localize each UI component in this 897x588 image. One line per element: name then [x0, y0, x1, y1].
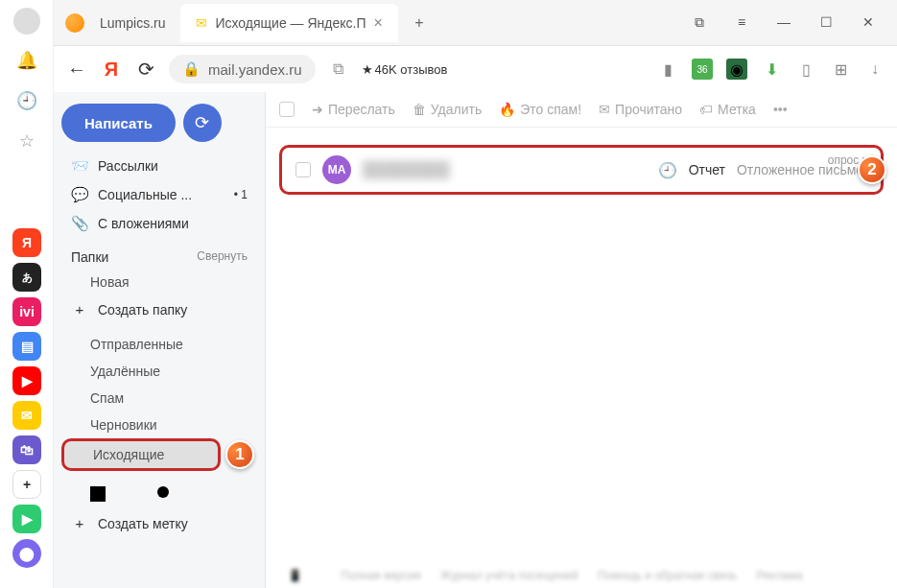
tab-lumpics[interactable]: Lumpics.ru — [84, 4, 180, 42]
forward-button[interactable]: ➜Переслать — [312, 102, 395, 117]
folder-spam[interactable]: Спам — [61, 385, 257, 412]
folder-drafts[interactable]: Черновики — [61, 412, 257, 438]
maximize-icon[interactable]: ☐ — [816, 14, 836, 31]
app-launcher: Я あ ivi ▤ ▶ ✉ 🛍 + ▶ ⬤ — [12, 228, 41, 568]
add-app-icon[interactable]: + — [12, 470, 41, 499]
category-label: Социальные ... — [98, 187, 192, 202]
mail-sidebar: Написать ⟳ 📨 Рассылки 💬 Социальные ... •… — [54, 92, 265, 588]
more-button[interactable]: ••• — [773, 102, 788, 117]
external-link-icon[interactable]: ⧉ — [327, 60, 350, 78]
ext-shield-icon[interactable]: ◉ — [726, 59, 747, 80]
envelope-icon: ✉ — [599, 102, 610, 117]
message-row[interactable]: МА ████████ 🕘 Отчет Отложенное письмо! 2 — [279, 145, 884, 195]
history-icon[interactable]: 🕘 — [12, 86, 41, 115]
mail-content: Написать ⟳ 📨 Рассылки 💬 Социальные ... •… — [54, 92, 897, 588]
yandex-app-icon[interactable]: Я — [12, 228, 41, 257]
address-bar: ← Я ⟳ 🔒 mail.yandex.ru ⧉ ★ 46K отзывов ▮… — [54, 46, 897, 92]
music-app-icon[interactable]: ▶ — [12, 505, 41, 533]
tab-yandex-mail[interactable]: ✉ Исходящие — Яндекс.П × — [180, 4, 397, 42]
tab-title: Lumpics.ru — [100, 15, 165, 31]
tag-icon: 🏷 — [699, 102, 713, 117]
trash-icon: 🗑 — [413, 102, 426, 117]
tab-title: Исходящие — Яндекс.П — [215, 15, 366, 31]
folders-heading: Папки — [71, 249, 108, 265]
back-icon[interactable]: ← — [65, 59, 88, 81]
folder-new[interactable]: Новая — [61, 269, 257, 295]
collapse-button[interactable]: Свернуть — [197, 249, 248, 265]
ext-book-icon[interactable]: ▯ — [795, 59, 816, 80]
lock-icon: 🔒 — [182, 60, 201, 78]
label-square-icon[interactable] — [90, 486, 106, 502]
download-arrow-icon[interactable]: ⬇ — [761, 59, 782, 80]
mail-favicon-icon: ✉ — [196, 15, 207, 31]
star-icon[interactable]: ☆ — [12, 127, 41, 155]
os-sidebar: 🔔 🕘 ☆ Я あ ivi ▤ ▶ ✉ 🛍 + ▶ ⬤ — [0, 0, 54, 588]
ext-green-icon[interactable]: 36 — [692, 59, 713, 80]
category-attachments[interactable]: 📎 С вложениями — [61, 209, 257, 238]
minimize-icon[interactable]: — — [774, 14, 793, 31]
user-avatar[interactable] — [13, 8, 40, 35]
mail-app-icon[interactable]: ✉ — [12, 401, 41, 430]
translate-app-icon[interactable]: あ — [12, 263, 41, 292]
label-button[interactable]: 🏷Метка — [699, 102, 756, 117]
url-text: mail.yandex.ru — [208, 61, 302, 78]
yandex-home-icon[interactable]: Я — [100, 59, 123, 81]
labels-row — [61, 479, 257, 509]
fire-icon: 🔥 — [499, 102, 515, 117]
star-filled-icon: ★ — [362, 62, 373, 77]
close-window-icon[interactable]: ✕ — [859, 14, 878, 31]
bookmark-icon[interactable]: ▮ — [657, 59, 678, 80]
reload-icon[interactable]: ⟳ — [134, 58, 157, 81]
create-folder-button[interactable]: + Создать папку — [61, 295, 257, 323]
menu-icon[interactable]: ≡ — [732, 14, 751, 31]
browser-tab-bar: Lumpics.ru ✉ Исходящие — Яндекс.П × + ⧉ … — [0, 0, 897, 46]
newsletter-icon: 📨 — [71, 157, 88, 175]
select-all-checkbox[interactable] — [279, 102, 295, 117]
callout-1: 1 — [225, 440, 254, 469]
tabs-overview-icon[interactable]: ⧉ — [690, 14, 709, 31]
folder-outbox[interactable]: Исходящие 1 — [61, 438, 221, 471]
create-label-button[interactable]: + Создать метку — [61, 509, 257, 537]
message-checkbox[interactable] — [295, 162, 311, 177]
category-social[interactable]: 💬 Социальные ... • 1 — [61, 180, 257, 209]
new-tab-button[interactable]: + — [406, 10, 433, 36]
url-field[interactable]: 🔒 mail.yandex.ru — [169, 55, 316, 83]
compose-button[interactable]: Написать — [61, 104, 176, 142]
label-dot-icon[interactable] — [157, 486, 169, 498]
youtube-app-icon[interactable]: ▶ — [12, 366, 41, 395]
shop-app-icon[interactable]: 🛍 — [12, 435, 41, 464]
forward-icon: ➜ — [312, 102, 323, 117]
spam-button[interactable]: 🔥Это спам! — [499, 102, 581, 117]
close-tab-icon[interactable]: × — [374, 14, 383, 32]
ivi-app-icon[interactable]: ivi — [12, 297, 41, 326]
message-subject: Отчет — [689, 162, 725, 177]
category-label: Рассылки — [98, 158, 158, 174]
folder-deleted[interactable]: Удалённые — [61, 358, 257, 385]
bell-icon[interactable]: 🔔 — [12, 46, 41, 75]
plus-icon: + — [71, 301, 88, 318]
docs-app-icon[interactable]: ▤ — [12, 332, 41, 361]
plus-icon: + — [71, 515, 88, 531]
footer-links: 📱Полная версияЖурнал учёта посещенийПомо… — [288, 569, 878, 582]
extensions-icon[interactable]: ⊞ — [830, 59, 851, 80]
message-snippet: Отложенное письмо! — [737, 162, 867, 177]
message-list-panel: ➜Переслать 🗑Удалить 🔥Это спам! ✉Прочитан… — [265, 92, 897, 588]
callout-2: 2 — [858, 155, 886, 184]
sender-name: ████████ — [363, 161, 647, 178]
sender-avatar: МА — [322, 155, 351, 184]
alice-app-icon[interactable]: ⬤ — [12, 539, 41, 568]
tab-favicon-orange — [65, 13, 84, 33]
unread-badge: • 1 — [234, 188, 248, 201]
refresh-button[interactable]: ⟳ — [183, 104, 222, 142]
mail-toolbar: ➜Переслать 🗑Удалить 🔥Это спам! ✉Прочитан… — [266, 92, 897, 128]
attachment-icon: 📎 — [71, 215, 88, 232]
clock-icon: 🕘 — [658, 161, 677, 179]
read-button[interactable]: ✉Прочитано — [599, 102, 682, 117]
category-newsletters[interactable]: 📨 Рассылки — [61, 152, 257, 180]
reviews-badge[interactable]: ★ 46K отзывов — [362, 62, 448, 77]
delete-button[interactable]: 🗑Удалить — [413, 102, 482, 117]
folder-sent[interactable]: Отправленные — [61, 331, 257, 358]
social-icon: 💬 — [71, 186, 88, 203]
downloads-icon[interactable]: ↓ — [864, 59, 885, 80]
category-label: С вложениями — [98, 216, 189, 231]
